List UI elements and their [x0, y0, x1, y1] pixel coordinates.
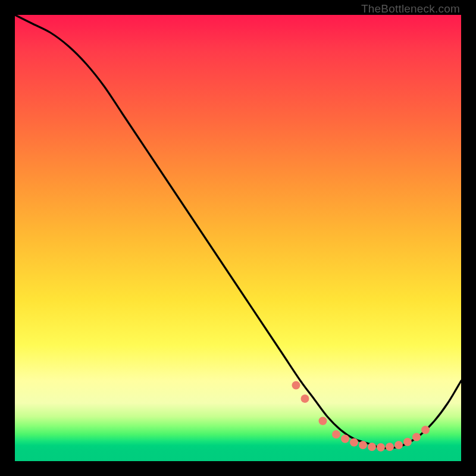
- marker-dot: [394, 441, 403, 449]
- marker-dot: [368, 443, 376, 451]
- attribution-text: TheBottleneck.com: [361, 2, 460, 15]
- marker-dot: [386, 443, 394, 451]
- marker-dot: [301, 394, 309, 403]
- marker-dot: [341, 435, 349, 443]
- marker-dot: [403, 438, 412, 446]
- marker-dot: [377, 443, 385, 452]
- chart-frame: [15, 15, 461, 461]
- marker-dot: [332, 430, 340, 439]
- marker-dot: [350, 439, 358, 447]
- marker-dot: [319, 417, 327, 425]
- marker-dot: [359, 441, 367, 449]
- marker-dot: [412, 433, 421, 441]
- marker-dot: [292, 381, 300, 390]
- bottleneck-curve: [15, 15, 461, 448]
- chart-svg: [15, 15, 461, 461]
- marker-dot: [421, 426, 430, 434]
